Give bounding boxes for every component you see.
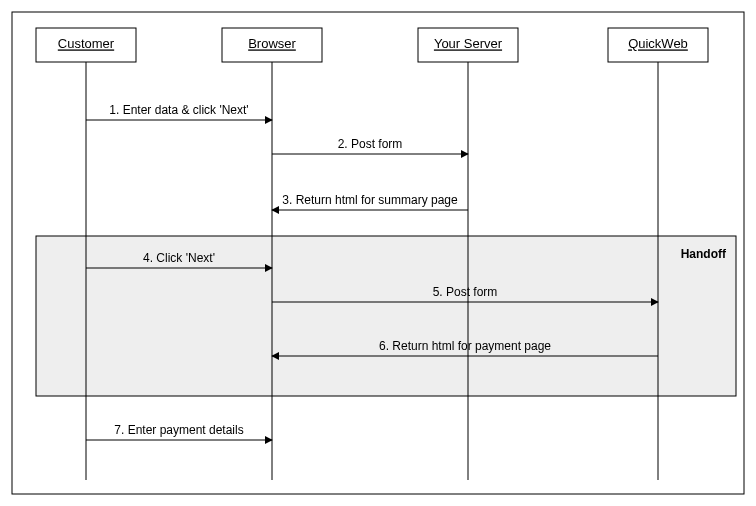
- participant-quickweb: QuickWeb: [608, 28, 708, 62]
- participant-label: QuickWeb: [628, 36, 688, 51]
- handoff-label: Handoff: [681, 247, 727, 261]
- message-label: 6. Return html for payment page: [379, 339, 551, 353]
- message-label: 7. Enter payment details: [114, 423, 243, 437]
- participant-label: Your Server: [434, 36, 503, 51]
- participant-customer: Customer: [36, 28, 136, 62]
- participant-server: Your Server: [418, 28, 518, 62]
- participant-label: Customer: [58, 36, 115, 51]
- message-label: 2. Post form: [338, 137, 403, 151]
- message-label: 5. Post form: [433, 285, 498, 299]
- message-label: 1. Enter data & click 'Next': [109, 103, 248, 117]
- participant-label: Browser: [248, 36, 296, 51]
- participant-browser: Browser: [222, 28, 322, 62]
- handoff-fragment: [36, 236, 736, 396]
- message-label: 4. Click 'Next': [143, 251, 215, 265]
- sequence-diagram: Handoff Customer Browser Your Server Qui…: [0, 0, 756, 506]
- message-label: 3. Return html for summary page: [282, 193, 458, 207]
